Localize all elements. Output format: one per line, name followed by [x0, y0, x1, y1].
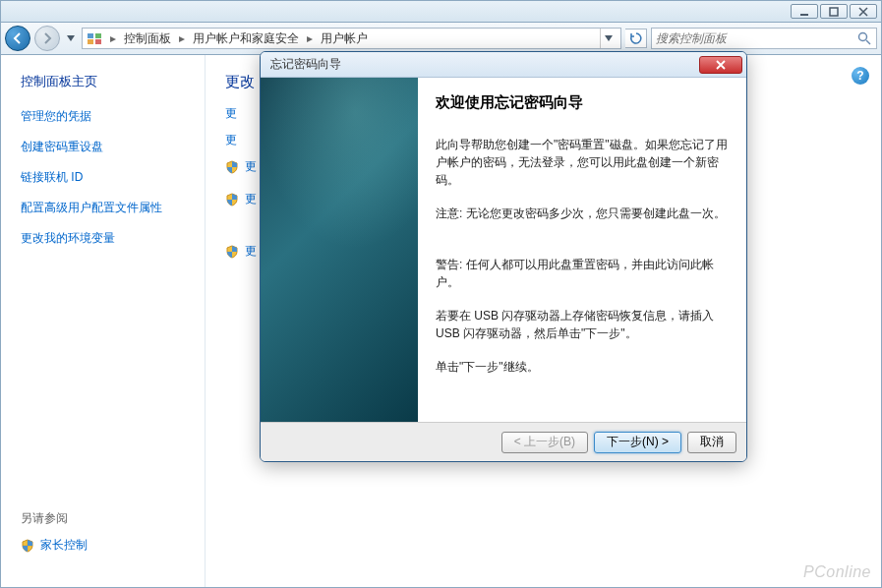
breadcrumb-sep-icon: ▸	[106, 31, 120, 45]
svg-rect-2	[88, 33, 93, 38]
svg-rect-1	[830, 8, 838, 16]
wizard-content: 欢迎使用忘记密码向导 此向导帮助您创建一个"密码重置"磁盘。如果您忘记了用户帐户…	[418, 78, 746, 422]
sidebar-link-online-id[interactable]: 链接联机 ID	[21, 169, 195, 186]
search-box[interactable]	[651, 28, 877, 49]
history-dropdown[interactable]	[64, 29, 78, 48]
sidebar: 控制面板主页 管理您的凭据 创建密码重设盘 链接联机 ID 配置高级用户配置文件…	[1, 55, 205, 587]
sidebar-link-advanced-profile[interactable]: 配置高级用户配置文件属性	[21, 200, 195, 216]
address-dropdown-icon[interactable]	[605, 35, 613, 41]
breadcrumb-seg1[interactable]: 用户帐户和家庭安全	[193, 30, 299, 47]
maximize-button[interactable]	[820, 4, 848, 19]
wizard-next-button[interactable]: 下一步(N) >	[594, 432, 681, 453]
wizard-title-text: 忘记密码向导	[270, 56, 341, 73]
breadcrumb-root[interactable]: 控制面板	[124, 30, 171, 47]
breadcrumb-sep-icon: ▸	[175, 31, 189, 45]
address-bar[interactable]: ▸ 控制面板 ▸ 用户帐户和家庭安全 ▸ 用户帐户	[82, 28, 621, 49]
wizard-titlebar: 忘记密码向导	[261, 52, 746, 78]
shield-icon	[225, 160, 239, 174]
wizard-artwork	[261, 78, 418, 422]
svg-rect-4	[88, 39, 93, 44]
wizard-p2: 注意: 无论您更改密码多少次，您只需要创建此盘一次。	[436, 205, 729, 222]
watermark: PConline	[803, 563, 871, 581]
parental-controls-link[interactable]: 家长控制	[21, 537, 195, 554]
wizard-back-button: < 上一步(B)	[501, 432, 588, 453]
svg-rect-5	[95, 39, 101, 44]
wizard-p1: 此向导帮助您创建一个"密码重置"磁盘。如果您忘记了用户帐户的密码，无法登录，您可…	[436, 136, 729, 189]
parental-controls-label: 家长控制	[40, 537, 88, 554]
window-titlebar	[0, 0, 882, 23]
see-also-label: 另请参阅	[21, 510, 195, 527]
close-button[interactable]	[850, 4, 877, 19]
forgot-password-wizard: 忘记密码向导 欢迎使用忘记密码向导 此向导帮助您创建一个"密码重置"磁盘。如果您…	[260, 51, 747, 462]
wizard-heading: 欢迎使用忘记密码向导	[436, 91, 729, 114]
wizard-footer: < 上一步(B) 下一步(N) > 取消	[261, 422, 746, 461]
shield-icon	[225, 193, 239, 206]
search-icon[interactable]	[856, 30, 872, 46]
refresh-icon	[629, 31, 643, 45]
control-panel-home-link[interactable]: 控制面板主页	[21, 73, 195, 90]
shield-icon	[21, 539, 34, 553]
wizard-cancel-button[interactable]: 取消	[687, 432, 736, 453]
breadcrumb-sep-icon: ▸	[303, 31, 317, 45]
search-input[interactable]	[656, 31, 856, 45]
breadcrumb-seg2[interactable]: 用户帐户	[321, 30, 368, 47]
help-icon[interactable]: ?	[852, 67, 869, 85]
wizard-close-button[interactable]	[699, 56, 742, 74]
control-panel-icon	[87, 30, 102, 46]
wizard-body: 欢迎使用忘记密码向导 此向导帮助您创建一个"密码重置"磁盘。如果您忘记了用户帐户…	[261, 78, 746, 422]
wizard-p5: 单击"下一步"继续。	[436, 358, 729, 376]
minimize-button[interactable]	[791, 4, 818, 19]
forward-button[interactable]	[34, 26, 60, 51]
sidebar-link-credentials[interactable]: 管理您的凭据	[21, 108, 195, 125]
sidebar-link-env-vars[interactable]: 更改我的环境变量	[21, 230, 195, 247]
svg-point-6	[859, 33, 867, 41]
wizard-p3: 警告: 任何人都可以用此盘重置密码，并由此访问此帐户。	[436, 256, 729, 291]
svg-rect-0	[800, 14, 808, 16]
sidebar-link-create-reset[interactable]: 创建密码重设盘	[21, 139, 195, 155]
svg-rect-3	[95, 33, 101, 38]
see-also-section: 另请参阅 家长控制	[21, 510, 195, 567]
back-button[interactable]	[5, 26, 30, 51]
wizard-p4: 若要在 USB 闪存驱动器上存储密码恢复信息，请插入 USB 闪存驱动器，然后单…	[436, 307, 729, 342]
refresh-button[interactable]	[625, 29, 647, 48]
shield-icon	[225, 245, 239, 259]
